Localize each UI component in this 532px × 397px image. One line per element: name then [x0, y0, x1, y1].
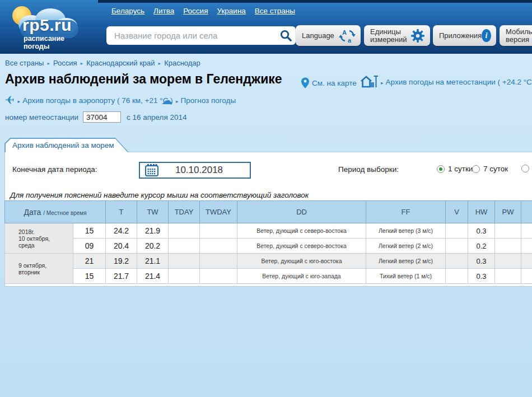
map-link-wrap: См. на карте [301, 77, 357, 88]
units-button-label: Единицы измерений [370, 28, 407, 44]
pw-cell [495, 254, 521, 269]
site-logo[interactable]: rp5.ru расписание погоды [3, 1, 101, 53]
page-title: Архив наблюдений за морем в Геленджике [5, 72, 282, 87]
twday-cell [200, 239, 237, 254]
table-header-row: Дата / Местное время T TW TDAY TWDAY DD … [5, 201, 532, 223]
logo-title: rp5.ru [22, 16, 72, 35]
airplane-icon: ✈ [4, 94, 15, 107]
station-number-row: номер метеостанции с 16 апреля 2014 [5, 111, 187, 123]
ff-cell: Тихий ветер (1 м/с) [366, 269, 446, 284]
country-link-all[interactable]: Все страны [255, 7, 295, 15]
city-search-box [106, 26, 296, 45]
station-number-input[interactable] [83, 111, 121, 123]
breadcrumb-all-countries[interactable]: Все страны [5, 59, 44, 67]
language-button-label: Language [302, 31, 334, 40]
ff-cell: Легкий ветер (2 м/с) [366, 254, 446, 269]
sea-archive-table-body: 2018г.10 октября,среда1524.221.9Ветер, д… [5, 223, 532, 284]
sea-archive-table: Дата / Местное время T TW TDAY TWDAY DD … [4, 200, 532, 284]
tw-cell: 21.1 [137, 254, 169, 269]
city-search-input[interactable] [106, 31, 276, 40]
header-DD[interactable]: DD [237, 201, 366, 223]
language-button[interactable]: Language A a [296, 25, 361, 46]
header-HW[interactable]: HW [468, 201, 495, 223]
applications-button-label: Приложения [439, 31, 482, 40]
header-TDAY[interactable]: TDAY [169, 201, 200, 223]
country-link-lithuania[interactable]: Литва [153, 7, 174, 15]
country-nav: Беларусь Литва Россия Украина Все страны [111, 7, 295, 15]
t-cell: 21.7 [106, 269, 137, 284]
airport-archive-link[interactable]: ▸Архив погоды в аэропорту ( 76 км, +21 °… [18, 96, 173, 105]
search-button[interactable] [276, 26, 296, 45]
tab-sea-archive[interactable]: Архив наблюдений за морем [4, 138, 129, 152]
breadcrumb-russia[interactable]: Россия [53, 59, 77, 67]
site-header: rp5.ru расписание погоды Беларусь Литва … [0, 0, 532, 54]
end-date-value: 10.10.2018 [158, 165, 250, 176]
v-cell [446, 223, 468, 239]
cloud-icon: ☁ [161, 94, 172, 107]
weather-forecast-link[interactable]: ▸Прогноз погоды [176, 96, 236, 105]
breadcrumb-krasnodar[interactable]: Краснодар [164, 59, 200, 67]
table-row: 0920.420.2Ветер, дующий с северо-востока… [5, 239, 532, 254]
hw-cell: 0.3 [468, 269, 495, 284]
link-arrow-icon: ▸ [176, 99, 179, 104]
country-link-ukraine[interactable]: Украина [217, 7, 245, 15]
period-label: Период выборки: [338, 165, 399, 174]
station-archive-link[interactable]: ▸Архив погоды на метеостанции ( +24.2 °C… [381, 78, 532, 86]
tw-cell: 21.4 [137, 269, 169, 284]
mobile-version-button[interactable]: Мобильная версия [500, 25, 532, 46]
calendar-icon [145, 164, 158, 176]
period-radio-3[interactable] [521, 165, 532, 172]
dd-cell: Ветер, дующий с северо-востока [237, 239, 366, 254]
breadcrumb-separator: ▸ [47, 60, 50, 66]
applications-button[interactable]: Приложения i [433, 25, 496, 46]
tday-cell [169, 269, 200, 284]
country-link-russia[interactable]: Россия [183, 7, 208, 15]
dw-cell [521, 223, 532, 239]
station-number-label: номер метеостанции [5, 113, 78, 122]
radio-icon [472, 165, 480, 173]
pw-cell [495, 239, 521, 254]
v-cell [446, 269, 468, 284]
time-cell: 15 [73, 223, 106, 239]
translate-icon: A a [339, 28, 356, 44]
v-cell [446, 254, 468, 269]
logo-subtitle: расписание погоды [24, 35, 64, 50]
header-TWDAY[interactable]: TWDAY [200, 201, 237, 223]
units-button[interactable]: Единицы измерений [364, 25, 430, 46]
header-PW[interactable]: PW [495, 201, 521, 223]
hw-cell: 0.3 [468, 223, 495, 239]
tday-cell [169, 223, 200, 239]
dw-cell [521, 269, 532, 284]
end-date-label: Конечная дата периода: [12, 165, 97, 174]
ff-cell: Легкий ветер (3 м/с) [366, 223, 446, 239]
twday-cell [200, 254, 237, 269]
map-pin-icon [301, 77, 309, 88]
header-TW[interactable]: TW [137, 201, 169, 223]
header-FF[interactable]: FF [366, 201, 446, 223]
gear-icon [410, 29, 425, 43]
period-radio-7-days[interactable]: 7 суток [472, 165, 508, 173]
dw-cell [521, 239, 532, 254]
breadcrumb: Все страны▸ Россия▸ Краснодарский край▸ … [5, 59, 200, 67]
header-T[interactable]: T [106, 201, 137, 223]
dd-cell: Ветер, дующий с юго-востока [237, 254, 366, 269]
pw-cell [495, 223, 521, 239]
header-date-time[interactable]: Дата / Местное время [5, 201, 106, 223]
tab-sea-archive-label: Архив наблюдений за морем [6, 139, 128, 152]
country-link-belarus[interactable]: Беларусь [111, 7, 144, 15]
breadcrumb-krasnodar-krai[interactable]: Краснодарский край [86, 59, 155, 67]
date-cell: 9 октября,вторник [5, 254, 73, 284]
table-hint: Для получения пояснений наведите курсор … [10, 191, 309, 199]
hw-cell: 0.3 [468, 254, 495, 269]
see-on-map-link[interactable]: См. на карте [312, 79, 357, 87]
period-radio-1-day[interactable]: 1 сутки [437, 165, 473, 173]
header-DW[interactable]: DW [521, 201, 532, 223]
svg-text:a: a [348, 37, 352, 44]
header-V[interactable]: V [446, 201, 468, 223]
radio-icon [521, 165, 529, 172]
end-date-input[interactable]: 10.10.2018 [139, 162, 251, 179]
table-row: 1521.721.4Ветер, дующий с юго-западаТихи… [5, 269, 532, 284]
tw-cell: 21.9 [137, 223, 169, 239]
mobile-version-label: Мобильная версия [506, 28, 532, 44]
link-arrow-icon: ▸ [381, 80, 384, 86]
